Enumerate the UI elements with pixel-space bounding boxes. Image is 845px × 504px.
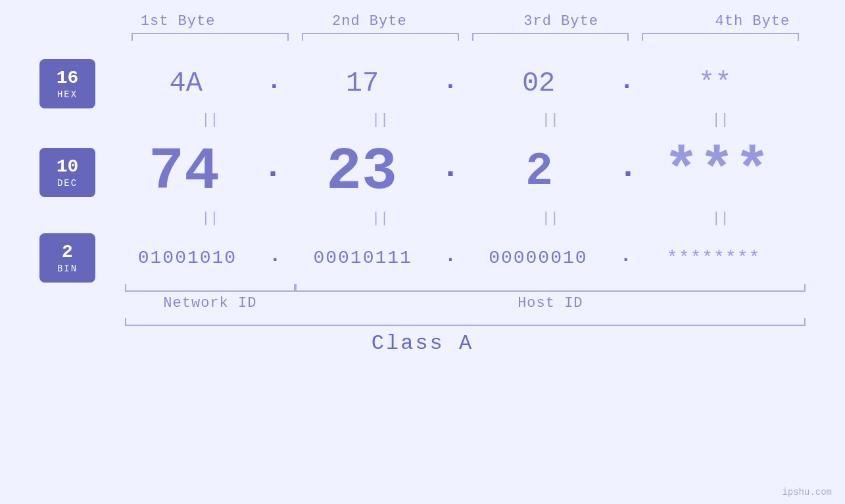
eq2-b1: || [125,210,295,227]
hex-byte4: ** [631,68,799,99]
class-label: Class A [39,331,806,355]
bin-values: 01001010 . 00010111 . 00000010 . *******… [95,246,806,269]
bin-byte3: 00000010 [452,248,623,268]
dec-badge-num: 10 [57,156,79,178]
network-bracket [125,284,295,292]
bracket-byte3 [472,33,629,41]
eq1-b4: || [635,112,806,128]
equals-row-2: || || || || [125,208,806,228]
eq2-b4: || [635,210,806,227]
bottom-brackets: Network ID Host ID [125,284,806,311]
bin-byte2: 00010111 [278,248,448,268]
main-container: 1st Byte 2nd Byte 3rd Byte 4th Byte 16 H… [0,0,845,504]
hex-badge: 16 HEX [39,59,95,108]
hex-byte1: 4A [102,68,270,99]
bracket-byte4 [642,33,799,41]
host-id-label: Host ID [295,295,806,311]
dec-byte1: 74 [102,143,266,202]
bin-byte1: 01001010 [102,248,273,268]
dec-byte3: 2 [457,149,621,195]
watermark: ipshu.com [782,487,832,497]
eq1-b2: || [295,112,466,128]
bin-badge-label: BIN [57,263,78,274]
network-id-label: Network ID [125,295,295,311]
host-bracket [295,284,806,292]
equals-row-1: || || || || [125,110,806,129]
top-bracket-row [125,33,806,41]
hex-values: 4A . 17 . 02 . ** [95,67,806,101]
byte3-header: 3rd Byte [466,13,657,30]
byte2-header: 2nd Byte [274,13,465,30]
eq1-b1: || [125,112,295,128]
bottom-labels: Network ID Host ID [125,295,806,311]
hex-badge-num: 16 [57,67,79,89]
dec-badge-label: DEC [57,178,78,189]
hex-byte3: 02 [454,68,622,99]
overall-bracket [125,318,806,326]
hex-row: 16 HEX 4A . 17 . 02 . ** [39,57,806,110]
dec-byte2: 23 [279,143,444,202]
byte-headers-row: 1st Byte 2nd Byte 3rd Byte 4th Byte [82,13,845,30]
dec-byte4: *** [635,139,799,206]
byte1-header: 1st Byte [82,13,274,30]
hex-badge-label: HEX [57,89,78,100]
bin-row: 2 BIN 01001010 . 00010111 . 00000010 . *… [39,235,806,281]
dec-badge: 10 DEC [39,148,95,197]
bracket-byte2 [302,33,459,41]
bracket-byte1 [132,33,289,41]
eq1-b3: || [466,112,636,128]
bottom-bracket-lines [125,284,806,292]
hex-byte2: 17 [278,68,446,99]
byte4-header: 4th Byte [657,13,845,30]
bin-badge-num: 2 [62,241,73,263]
bin-byte4: ******** [628,248,799,268]
dec-row: 10 DEC 74 . 23 . 2 . *** [39,136,806,208]
eq2-b3: || [466,210,636,227]
dec-values: 74 . 23 . 2 . *** [95,139,806,206]
bin-badge: 2 BIN [39,233,95,283]
eq2-b2: || [295,210,466,227]
